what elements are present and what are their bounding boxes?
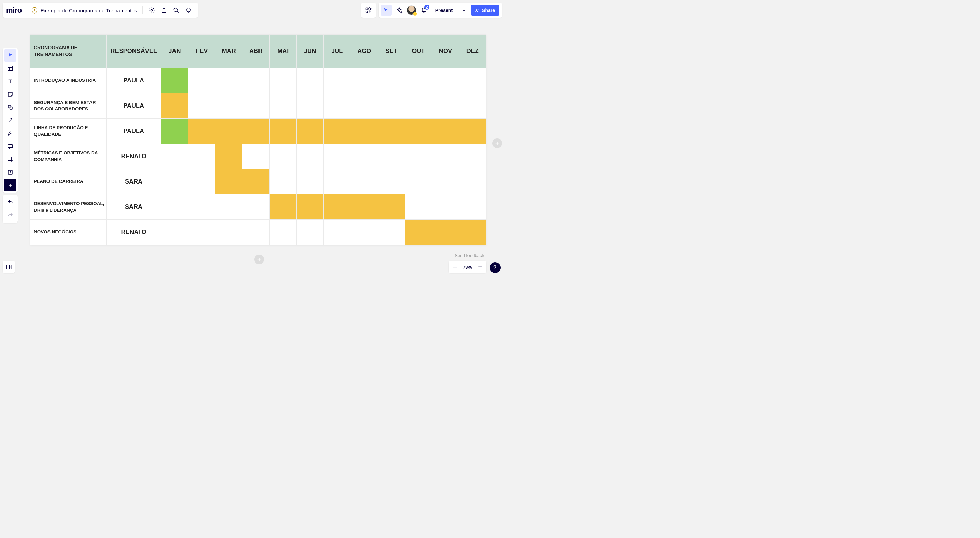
schedule-cell[interactable] xyxy=(269,169,296,195)
schedule-cell[interactable] xyxy=(351,144,378,169)
sticky-note-tool-icon[interactable] xyxy=(4,88,16,101)
schedule-cell[interactable] xyxy=(215,68,242,93)
schedule-cell[interactable] xyxy=(296,119,323,144)
avatar[interactable] xyxy=(407,5,416,15)
present-dropdown-icon[interactable] xyxy=(459,5,469,16)
schedule-cell[interactable] xyxy=(188,119,215,144)
schedule-cell[interactable] xyxy=(378,169,405,195)
schedule-cell[interactable] xyxy=(432,220,459,245)
responsible-cell[interactable]: RENATO xyxy=(106,144,161,169)
month-header[interactable]: OUT xyxy=(405,35,432,68)
schedule-cell[interactable] xyxy=(378,119,405,144)
connector-tool-icon[interactable] xyxy=(4,114,16,126)
schedule-cell[interactable] xyxy=(351,68,378,93)
table-row[interactable]: SEGURANÇA E BEM ESTAR DOS COLABORADORESP… xyxy=(30,93,486,119)
table-row[interactable]: PLANO DE CARREIRASARA xyxy=(30,169,486,195)
export-icon[interactable] xyxy=(158,4,170,16)
month-header[interactable]: ABR xyxy=(242,35,269,68)
help-icon[interactable]: ? xyxy=(490,262,501,273)
schedule-cell[interactable] xyxy=(432,169,459,195)
schedule-cell[interactable] xyxy=(161,144,188,169)
comment-tool-icon[interactable] xyxy=(4,140,16,152)
responsible-cell[interactable]: PAULA xyxy=(106,93,161,119)
zoom-in-icon[interactable]: + xyxy=(474,261,486,273)
settings-icon[interactable] xyxy=(145,4,158,16)
schedule-cell[interactable] xyxy=(188,169,215,195)
schedule-cell[interactable] xyxy=(351,195,378,220)
training-name-cell[interactable]: INTRODUÇÃO A INDÚSTRIA xyxy=(30,68,107,93)
schedule-cell[interactable] xyxy=(324,169,351,195)
month-header[interactable]: MAI xyxy=(269,35,296,68)
schedule-cell[interactable] xyxy=(242,195,269,220)
schedule-cell[interactable] xyxy=(405,144,432,169)
schedule-cell[interactable] xyxy=(161,195,188,220)
cursor-follow-icon[interactable] xyxy=(381,5,392,16)
schedule-cell[interactable] xyxy=(405,195,432,220)
month-header[interactable]: JUL xyxy=(324,35,351,68)
schedule-cell[interactable] xyxy=(296,195,323,220)
apps-button[interactable] xyxy=(361,3,376,18)
schedule-cell[interactable] xyxy=(459,220,486,245)
schedule-cell[interactable] xyxy=(161,93,188,119)
board-title[interactable]: Exemplo de Cronograma de Treinamentos xyxy=(38,8,140,13)
schedule-cell[interactable] xyxy=(215,169,242,195)
schedule-cell[interactable] xyxy=(188,195,215,220)
month-header[interactable]: MAR xyxy=(215,35,242,68)
schedule-cell[interactable] xyxy=(242,169,269,195)
logo[interactable]: miro xyxy=(6,6,25,15)
share-button[interactable]: Share xyxy=(471,5,499,16)
schedule-cell[interactable] xyxy=(432,119,459,144)
month-header[interactable]: NOV xyxy=(432,35,459,68)
month-header[interactable]: DEZ xyxy=(459,35,486,68)
schedule-cell[interactable] xyxy=(351,169,378,195)
schedule-cell[interactable] xyxy=(215,93,242,119)
add-column-icon[interactable]: + xyxy=(492,139,502,148)
schedule-cell[interactable] xyxy=(242,68,269,93)
training-name-cell[interactable]: MÉTRICAS E OBJETIVOS DA COMPANHIA xyxy=(30,144,107,169)
canvas[interactable]: CRONOGRAMA DETREINAMENTOS RESPONSÁVEL JA… xyxy=(30,34,486,245)
responsible-cell[interactable]: SARA xyxy=(106,195,161,220)
responsible-header[interactable]: RESPONSÁVEL xyxy=(106,35,161,68)
zoom-out-icon[interactable]: − xyxy=(449,261,461,273)
templates-tool-icon[interactable] xyxy=(4,62,16,75)
plug-icon[interactable] xyxy=(182,4,195,16)
month-header[interactable]: SET xyxy=(378,35,405,68)
schedule-cell[interactable] xyxy=(269,195,296,220)
schedule-cell[interactable] xyxy=(405,119,432,144)
schedule-cell[interactable] xyxy=(324,68,351,93)
schedule-cell[interactable] xyxy=(378,68,405,93)
table-row[interactable]: MÉTRICAS E OBJETIVOS DA COMPANHIARENATO xyxy=(30,144,486,169)
schedule-cell[interactable] xyxy=(324,93,351,119)
schedule-cell[interactable] xyxy=(378,195,405,220)
training-name-cell[interactable]: LINHA DE PRODUÇÃO E QUALIDADE xyxy=(30,119,107,144)
schedule-cell[interactable] xyxy=(242,220,269,245)
schedule-cell[interactable] xyxy=(378,93,405,119)
schedule-cell[interactable] xyxy=(269,68,296,93)
month-header[interactable]: FEV xyxy=(188,35,215,68)
schedule-cell[interactable] xyxy=(351,93,378,119)
schedule-cell[interactable] xyxy=(296,93,323,119)
training-name-cell[interactable]: NOVOS NEGÓCIOS xyxy=(30,220,107,245)
training-schedule-table[interactable]: CRONOGRAMA DETREINAMENTOS RESPONSÁVEL JA… xyxy=(30,34,486,245)
notifications-icon[interactable]: 2 xyxy=(418,5,429,16)
shape-tool-icon[interactable] xyxy=(4,101,16,113)
responsible-cell[interactable]: PAULA xyxy=(106,68,161,93)
schedule-cell[interactable] xyxy=(405,220,432,245)
table-row[interactable]: INTRODUÇÃO A INDÚSTRIAPAULA xyxy=(30,68,486,93)
schedule-cell[interactable] xyxy=(215,195,242,220)
schedule-cell[interactable] xyxy=(269,93,296,119)
schedule-cell[interactable] xyxy=(351,119,378,144)
select-tool-icon[interactable] xyxy=(4,49,16,62)
schedule-cell[interactable] xyxy=(188,68,215,93)
schedule-cell[interactable] xyxy=(188,220,215,245)
schedule-cell[interactable] xyxy=(215,220,242,245)
table-row[interactable]: NOVOS NEGÓCIOSRENATO xyxy=(30,220,486,245)
schedule-cell[interactable] xyxy=(459,68,486,93)
schedule-cell[interactable] xyxy=(459,195,486,220)
schedule-cell[interactable] xyxy=(405,93,432,119)
schedule-cell[interactable] xyxy=(459,144,486,169)
table-row[interactable]: LINHA DE PRODUÇÃO E QUALIDADEPAULA xyxy=(30,119,486,144)
schedule-cell[interactable] xyxy=(378,144,405,169)
present-button[interactable]: Present xyxy=(431,5,457,16)
schedule-cell[interactable] xyxy=(324,220,351,245)
